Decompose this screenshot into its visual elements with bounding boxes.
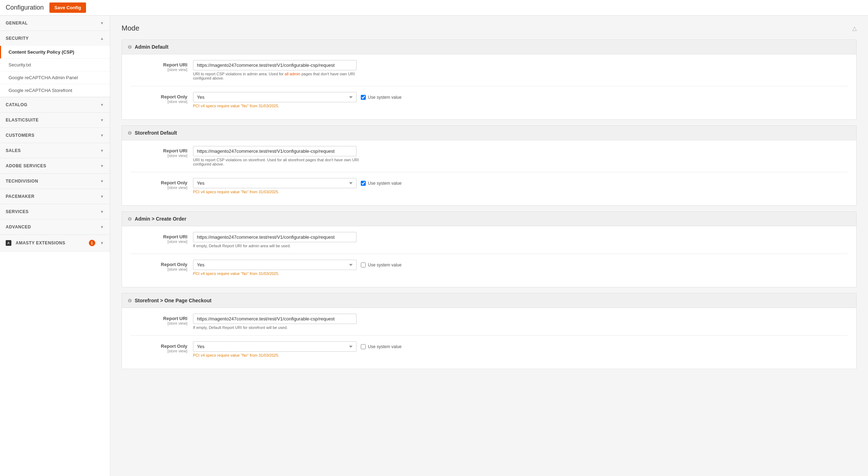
section-title-admin-create-order: Admin > Create Order — [135, 216, 186, 222]
sidebar-section-header-services[interactable]: SERVICES ▼ — [0, 204, 110, 219]
collapse-icon-storefront-checkout: ⊖ — [128, 298, 132, 303]
sidebar-item-recaptcha-admin[interactable]: Google reCAPTCHA Admin Panel — [0, 71, 110, 84]
link-all-admin[interactable]: all admin — [285, 72, 300, 76]
chevron-down-icon-adobe: ▼ — [100, 164, 104, 168]
hint-sf-report-only: PCI v4 specs require value "No" from 31/… — [193, 190, 371, 194]
input-admin-report-uri[interactable] — [193, 60, 357, 70]
sidebar-section-header-catalog[interactable]: CATALOG ▼ — [0, 97, 110, 112]
checkbox-system-value-aco[interactable] — [361, 263, 366, 267]
config-section-header-admin-default[interactable]: ⊖ Admin Default — [122, 40, 856, 54]
label-sfc-report-only: Report Only — [130, 344, 187, 349]
sidebar-item-csp[interactable]: Content Security Policy (CSP) — [0, 46, 110, 59]
sidebar-item-security-txt[interactable]: Security.txt — [0, 59, 110, 71]
sidebar-section-elasticsuite: ELASTICSUITE ▼ — [0, 113, 110, 128]
sidebar-section-adobe-services: ADOBE SERVICES ▼ — [0, 158, 110, 174]
chevron-down-icon-pacemaker: ▼ — [100, 194, 104, 199]
use-system-value-sf[interactable]: Use system value — [361, 181, 402, 186]
sidebar-item-recaptcha-storefront[interactable]: Google reCAPTCHA Storefront — [0, 84, 110, 97]
collapse-icon-storefront-default: ⊖ — [128, 130, 132, 136]
input-aco-report-uri[interactable] — [193, 232, 357, 242]
chevron-down-icon-services: ▼ — [100, 210, 104, 214]
sublabel-sf-report-only: [store view] — [130, 185, 187, 190]
mode-title-text: Mode — [122, 24, 139, 32]
config-section-storefront-default: ⊖ Storefront Default Report URI [store v… — [122, 125, 857, 206]
sidebar-section-header-sales[interactable]: SALES ▼ — [0, 143, 110, 158]
amasty-icon: a — [6, 240, 11, 246]
sidebar-section-amasty: a AMASTY EXTENSIONS 1 ▼ — [0, 235, 110, 251]
mode-section-header: Mode △ — [122, 24, 857, 32]
chevron-down-icon-catalog: ▼ — [100, 103, 104, 107]
sidebar-section-label-techdivision: TECHDIVISION — [6, 179, 38, 184]
select-sf-report-only[interactable]: Yes No — [193, 178, 357, 188]
section-body-storefront-default: Report URI [store view] URI to report CS… — [122, 140, 856, 205]
collapse-icon-admin-create-order: ⊖ — [128, 216, 132, 222]
label-admin-report-uri: Report URI — [130, 62, 187, 67]
form-row-sfc-report-only: Report Only [store view] Yes No Use syst… — [130, 341, 848, 357]
label-aco-report-only: Report Only — [130, 262, 187, 267]
main-content: Mode △ ⊖ Admin Default Report URI [store… — [110, 16, 868, 476]
checkbox-system-value-sfc[interactable] — [361, 344, 366, 349]
checkbox-system-value-sf[interactable] — [361, 181, 366, 186]
sidebar-section-header-advanced[interactable]: ADVANCED ▼ — [0, 220, 110, 234]
sidebar-section-label-adobe: ADOBE SERVICES — [6, 163, 46, 168]
sublabel-sfc-report-only: [store view] — [130, 349, 187, 353]
chevron-down-icon-advanced: ▼ — [100, 225, 104, 229]
select-aco-report-only[interactable]: Yes No — [193, 260, 357, 270]
chevron-down-icon-sales: ▼ — [100, 148, 104, 153]
sidebar-section-header-customers[interactable]: CUSTOMERS ▼ — [0, 128, 110, 143]
sidebar-section-advanced: ADVANCED ▼ — [0, 220, 110, 235]
select-sfc-report-only[interactable]: Yes No — [193, 341, 357, 352]
use-system-value-admin[interactable]: Use system value — [361, 95, 402, 100]
sidebar-section-header-security[interactable]: SECURITY ▲ — [0, 31, 110, 46]
chevron-down-icon-general: ▼ — [100, 21, 104, 25]
sidebar-section-techdivision: TECHDIVISION ▼ — [0, 174, 110, 189]
form-row-sfc-report-uri: Report URI [store view] If empty, Defaul… — [130, 314, 848, 330]
hint-admin-report-uri: URI to report CSP violations in admin ar… — [193, 72, 371, 80]
config-section-header-storefront-checkout[interactable]: ⊖ Storefront > One Page Checkout — [122, 293, 856, 308]
sidebar-section-header-elasticsuite[interactable]: ELASTICSUITE ▼ — [0, 113, 110, 128]
page-title: Configuration — [6, 4, 44, 11]
sidebar-section-header-techdivision[interactable]: TECHDIVISION ▼ — [0, 174, 110, 189]
sidebar-section-label-customers: CUSTOMERS — [6, 133, 34, 138]
sidebar-section-header-amasty[interactable]: a AMASTY EXTENSIONS 1 ▼ — [0, 235, 110, 251]
form-row-sf-report-uri: Report URI [store view] URI to report CS… — [130, 146, 848, 166]
chevron-down-icon-amasty: ▼ — [100, 241, 104, 245]
sidebar-section-header-general[interactable]: GENERAL ▼ — [0, 16, 110, 31]
sidebar-section-customers: CUSTOMERS ▼ — [0, 128, 110, 143]
sidebar-section-label-security: SECURITY — [6, 36, 29, 41]
sidebar-section-label-amasty: AMASTY EXTENSIONS — [16, 240, 65, 245]
input-sf-report-uri[interactable] — [193, 146, 357, 156]
form-row-admin-report-uri: Report URI [store view] URI to report CS… — [130, 60, 848, 80]
select-admin-report-only[interactable]: Yes No — [193, 92, 357, 102]
save-config-button[interactable]: Save Config — [49, 2, 86, 13]
sidebar-section-header-adobe[interactable]: ADOBE SERVICES ▼ — [0, 158, 110, 173]
hint-admin-report-only: PCI v4 specs require value "No" from 31/… — [193, 104, 371, 108]
config-section-header-admin-create-order[interactable]: ⊖ Admin > Create Order — [122, 212, 856, 226]
config-section-admin-default: ⊖ Admin Default Report URI [store view] … — [122, 39, 857, 120]
section-title-storefront-checkout: Storefront > One Page Checkout — [135, 298, 211, 303]
use-system-value-sfc[interactable]: Use system value — [361, 344, 402, 349]
collapse-icon-admin-default: ⊖ — [128, 44, 132, 50]
sidebar-section-header-pacemaker[interactable]: PACEMAKER ▼ — [0, 189, 110, 204]
sublabel-aco-report-uri: [store view] — [130, 239, 187, 244]
hint-aco-report-only: PCI v4 specs require value "No" from 31/… — [193, 271, 371, 276]
section-title-storefront-default: Storefront Default — [135, 130, 177, 136]
use-system-value-aco[interactable]: Use system value — [361, 263, 402, 267]
input-sfc-report-uri[interactable] — [193, 314, 357, 324]
form-row-admin-report-only: Report Only [store view] Yes No Use syst… — [130, 92, 848, 108]
sidebar-section-label-catalog: CATALOG — [6, 102, 27, 107]
section-body-storefront-checkout: Report URI [store view] If empty, Defaul… — [122, 308, 856, 369]
checkbox-system-value-admin[interactable] — [361, 95, 366, 100]
scroll-top-button[interactable]: △ — [852, 25, 857, 32]
page-header: Configuration Save Config — [0, 0, 868, 16]
form-row-sf-report-only: Report Only [store view] Yes No Use syst… — [130, 178, 848, 194]
hint-sfc-report-only: PCI v4 specs require value "No" from 31/… — [193, 353, 371, 357]
amasty-badge: 1 — [89, 240, 95, 246]
sublabel-admin-report-only: [store view] — [130, 99, 187, 104]
sidebar-section-label-pacemaker: PACEMAKER — [6, 194, 34, 199]
config-section-header-storefront-default[interactable]: ⊖ Storefront Default — [122, 126, 856, 140]
sublabel-sf-report-uri: [store view] — [130, 153, 187, 158]
sidebar-section-label-services: SERVICES — [6, 209, 28, 214]
sidebar-section-label-sales: SALES — [6, 148, 21, 153]
section-title-admin-default: Admin Default — [135, 44, 168, 50]
